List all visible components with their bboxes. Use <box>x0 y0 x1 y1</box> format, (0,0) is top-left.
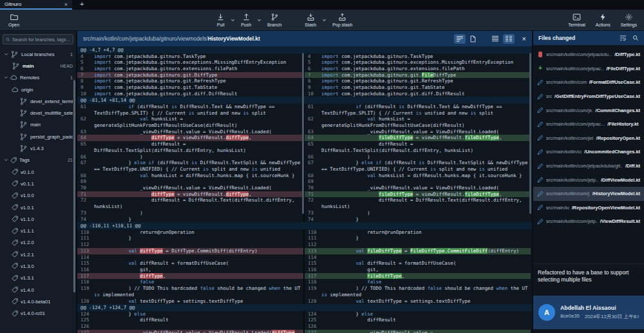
close-tab-icon[interactable]: × <box>64 1 68 8</box>
file-changed-row[interactable]: src/main/kotlin/com/je.../CommitChanges.… <box>533 103 644 117</box>
sidebar-item-v1-0-1[interactable]: v1.0.1 <box>0 202 76 213</box>
line-number: 66 <box>303 154 321 160</box>
left-pane-scrollbar[interactable] <box>302 53 304 214</box>
sidebar-scrollbar[interactable] <box>73 80 75 292</box>
search-icon[interactable] <box>632 35 639 41</box>
new-tab-button[interactable]: + <box>80 0 84 10</box>
sidebar-item-label: v1.4.0 <box>21 287 34 293</box>
chevron-down-icon[interactable] <box>322 18 327 23</box>
sidebar-item-main[interactable]: main <box>0 119 76 131</box>
line-number: 72 <box>77 197 94 209</box>
sidebar-item-v1-3-0[interactable]: v1.3.0 <box>0 260 76 272</box>
sidebar-item-v0-1-1[interactable]: v0.1.1 <box>0 178 76 189</box>
code-line <box>94 178 303 185</box>
tag-icon <box>10 157 17 164</box>
line-number: 62 <box>77 116 94 128</box>
close-diff-button[interactable]: × <box>522 35 526 43</box>
wrap-lines-button[interactable] <box>454 34 466 44</box>
modified-pencil-icon <box>537 204 544 211</box>
code-line: val hunksList = generateSplitHunkFromDif… <box>94 116 303 128</box>
chevron-down-icon[interactable] <box>4 52 8 57</box>
sidebar-item-v1-4-0-beta01[interactable]: v1.4.0-beta01 <box>0 296 76 307</box>
file-name: /CommitChanges.kt <box>596 108 640 113</box>
code-line: } <box>94 216 303 223</box>
terminal-button[interactable]: Terminal <box>566 12 587 28</box>
file-changed-row[interactable]: src/main/kotlin/com/j.../HistoryViewMode… <box>533 187 644 201</box>
sidebar-item-v0-1-0[interactable]: v0.1.0 <box>0 166 76 178</box>
file-changed-row[interactable]: +src/main/kotlin/com/jetpac.../FileDiffT… <box>533 62 644 76</box>
chevron-down-icon[interactable] <box>4 158 8 162</box>
sidebar-item-v1-1-1[interactable]: v1.1.1 <box>0 225 76 236</box>
sidebar-item-v1-2-0[interactable]: v1.2.0 <box>0 237 76 249</box>
stash-button[interactable]: Stash <box>303 12 318 28</box>
split-view-button[interactable] <box>503 34 515 44</box>
line-number: 8 <box>303 78 321 84</box>
sidebar-item-devel-multifile-selection[interactable]: devel_multifile_selection <box>0 107 76 119</box>
file-changed-row[interactable]: src/main/kotlin/com/jetpackdu.../DiffTyp… <box>533 48 644 62</box>
sidebar-item-main[interactable]: mainHEAD <box>0 60 76 71</box>
code-line: import com.jetpackduba.gitnuro.extension… <box>321 66 531 72</box>
sidebar-item-devel-extend-terminal[interactable]: devel_extend_terminal <box>0 95 76 107</box>
sidebar-item-remotes[interactable]: Remotes1 <box>0 72 76 84</box>
sidebar-item-v1-3-1[interactable]: v1.3.1 <box>0 272 76 284</box>
file-changed-row[interactable]: src/main/kotlin/com/jetpackduba/git.../D… <box>533 159 644 173</box>
line-number: 120 <box>77 298 94 305</box>
tag-icon <box>12 251 18 258</box>
sidebar-item-local-branches[interactable]: Local branches1 <box>0 48 76 60</box>
branch-search-box[interactable] <box>3 34 73 44</box>
line-number: 125 <box>77 317 94 323</box>
right-pane-scrollbar[interactable] <box>529 53 531 214</box>
file-changed-row[interactable]: src/main/kotlin/com/jetpac.../FileHistor… <box>533 117 644 131</box>
sidebar-item-origin[interactable]: origin <box>0 84 76 95</box>
chevron-down-icon[interactable] <box>231 18 235 23</box>
file-changed-row[interactable]: src/main/ko.../RepositoryOpenViewModel.k… <box>533 201 644 215</box>
code-line: ) <box>94 154 303 160</box>
diff-row: 127 _viewDiffResult.value = ViewDiffResu… <box>77 330 532 333</box>
deleted-file-icon <box>537 52 544 57</box>
sidebar-item-v1-1-0[interactable]: v1.1.0 <box>0 213 76 225</box>
line-number: 110 <box>77 229 94 236</box>
open-button[interactable]: Open <box>6 12 21 28</box>
sidebar-item-label: v1.0.0 <box>21 193 34 198</box>
pop-stash-button[interactable]: Pop stash <box>330 12 354 28</box>
code-line: ) <box>94 210 303 216</box>
line-number: 74 <box>303 216 321 223</box>
modified-pencil-icon <box>537 121 544 128</box>
sidebar-item-v1-2-1[interactable]: v1.2.1 <box>0 249 76 260</box>
file-dir: src/main/kotlin/com... <box>546 79 587 85</box>
code-line: diffResult <box>321 317 531 323</box>
push-button[interactable]: Push <box>239 12 253 28</box>
sidebar-item-tags[interactable]: Tags21 <box>0 155 76 166</box>
actions-button[interactable]: Actions <box>594 12 612 28</box>
file-changed-row[interactable]: src/main/kotlin/com/jetp.../DiffViewMode… <box>533 173 644 187</box>
pull-button[interactable]: Pull <box>214 12 227 28</box>
file-dir: src/main/kotlin/com/jetpackdu... <box>546 52 612 57</box>
file-changed-row[interactable]: src/main/kotlin/com/jetp.../ViewDiffResu… <box>533 214 644 229</box>
sidebar-item-v1-4-0[interactable]: v1.4.0 <box>0 284 76 296</box>
sidebar-item-badge: 1 <box>68 52 73 57</box>
file-changed-row[interactable]: src/main/kotlin/com/jet.../RepositoryOpe… <box>533 131 644 146</box>
branch-button[interactable]: Branch <box>265 12 283 28</box>
full-file-button[interactable] <box>468 34 479 44</box>
sidebar-item-persist-graph-padding[interactable]: persist_graph_padding <box>0 131 76 142</box>
line-number: 65 <box>303 141 321 153</box>
file-changed-row[interactable]: src/main/kotlin/com.../FormatDiffUseCase… <box>533 75 644 90</box>
file-changed-row[interactable]: src/main/kotlin/co.../UncommitedChanges.… <box>533 145 644 159</box>
word-wrap-icon[interactable] <box>620 35 627 41</box>
diff-row: 118 false118 false <box>77 279 532 285</box>
sidebar-item-v1-0-0[interactable]: v1.0.0 <box>0 190 76 202</box>
chevron-down-icon[interactable] <box>257 18 261 23</box>
unified-view-button[interactable] <box>489 34 501 44</box>
line-number: 5 <box>77 59 94 66</box>
repo-tab[interactable]: Gitnuro × <box>0 0 72 10</box>
branch-icon <box>19 120 28 129</box>
branch-icon <box>10 50 19 59</box>
chevron-down-icon[interactable] <box>4 75 8 80</box>
search-input[interactable] <box>12 37 70 43</box>
settings-button[interactable]: Settings <box>619 12 639 28</box>
sidebar-item-v1-4-0-rc01[interactable]: v1.4.0-rc01 <box>0 308 76 319</box>
tag-icon <box>12 287 18 293</box>
sidebar-item-v1-4-3[interactable]: v1.4.3 <box>0 142 76 154</box>
file-changed-row[interactable]: src/.../GetDiffEntryFromDiffTypeUseCase.… <box>533 90 644 104</box>
modified-pencil-icon <box>537 163 544 169</box>
